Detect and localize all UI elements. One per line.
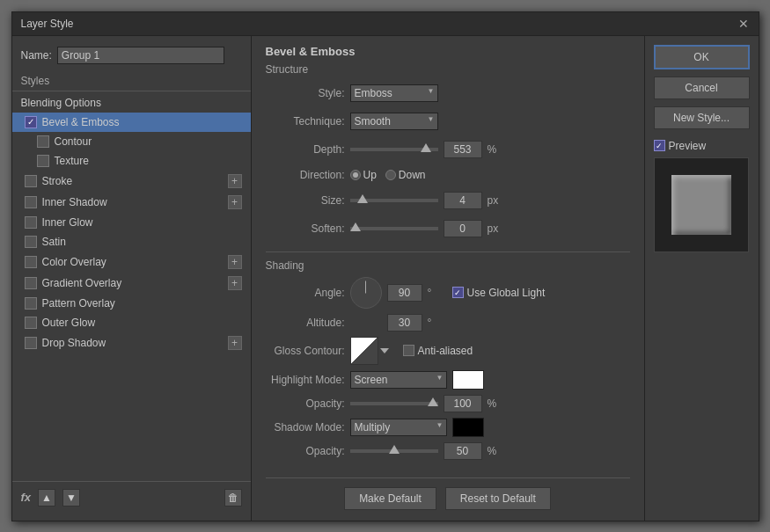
shadow-mode-label: Shadow Mode: xyxy=(266,421,345,434)
move-down-button[interactable]: ▼ xyxy=(62,489,80,506)
angle-input[interactable] xyxy=(387,284,422,302)
layer-effects-list: ✓ Bevel & Emboss Contour Texture Stroke … xyxy=(12,113,251,481)
checkbox-inner-glow[interactable] xyxy=(25,216,37,229)
highlight-opacity-unit: % xyxy=(488,397,502,410)
list-item-inner-glow[interactable]: Inner Glow xyxy=(12,213,251,232)
make-default-button[interactable]: Make Default xyxy=(344,487,436,510)
depth-slider-thumb[interactable] xyxy=(421,143,431,152)
use-global-light-checkbox[interactable]: ✓ xyxy=(452,287,464,298)
right-panel: OK Cancel New Style... ✓ Preview xyxy=(644,36,759,521)
technique-select[interactable]: Smooth Chisel Hard Chisel Soft xyxy=(350,113,438,130)
checkbox-drop-shadow[interactable] xyxy=(25,337,37,349)
size-slider-track[interactable] xyxy=(350,199,438,202)
list-item-satin[interactable]: Satin xyxy=(12,232,251,251)
highlight-color-swatch[interactable] xyxy=(452,370,484,390)
direction-up-item[interactable]: Up xyxy=(350,169,377,181)
style-select[interactable]: Outer Bevel Inner Bevel Emboss Pillow Em… xyxy=(350,84,438,102)
direction-up-label: Up xyxy=(363,169,377,181)
altitude-input[interactable] xyxy=(387,314,422,332)
depth-input[interactable] xyxy=(444,141,482,158)
shadow-mode-select[interactable]: Multiply Normal Screen xyxy=(350,419,447,436)
new-style-button[interactable]: New Style... xyxy=(654,106,750,129)
checkbox-satin[interactable] xyxy=(25,236,37,248)
checkbox-pattern-overlay[interactable] xyxy=(25,297,37,310)
preview-checkbox[interactable]: ✓ xyxy=(654,140,665,151)
highlight-opacity-row: Opacity: % xyxy=(266,395,630,412)
preview-canvas xyxy=(654,157,749,252)
add-color-overlay-button[interactable]: + xyxy=(228,255,242,269)
direction-down-item[interactable]: Down xyxy=(385,169,426,181)
shading-title: Shading xyxy=(266,259,630,272)
label-drop-shadow: Drop Shadow xyxy=(42,337,228,349)
checkbox-stroke[interactable] xyxy=(25,175,37,187)
highlight-mode-label: Highlight Mode: xyxy=(266,374,345,386)
blending-options-item[interactable]: Blending Options xyxy=(12,93,251,113)
anti-aliased-checkbox[interactable] xyxy=(403,345,414,356)
name-input[interactable] xyxy=(57,47,224,64)
checkbox-bevel-emboss[interactable]: ✓ xyxy=(25,116,37,128)
highlight-opacity-thumb[interactable] xyxy=(428,397,438,406)
add-drop-shadow-button[interactable]: + xyxy=(228,336,242,350)
soften-slider-thumb[interactable] xyxy=(350,222,361,231)
list-item-pattern-overlay[interactable]: Pattern Overlay xyxy=(12,294,251,313)
add-stroke-button[interactable]: + xyxy=(228,174,242,188)
delete-button[interactable]: 🗑 xyxy=(224,489,242,506)
use-global-light-item[interactable]: ✓ Use Global Light xyxy=(452,287,546,299)
list-item-bevel-emboss[interactable]: ✓ Bevel & Emboss xyxy=(12,113,251,132)
size-input[interactable] xyxy=(444,192,482,209)
dialog-body: Name: Styles Blending Options ✓ Bevel & … xyxy=(12,36,759,521)
style-row: Style: Outer Bevel Inner Bevel Emboss Pi… xyxy=(266,84,630,102)
technique-label: Technique: xyxy=(266,115,345,128)
highlight-mode-select[interactable]: Screen Normal Multiply xyxy=(350,371,447,389)
anti-aliased-label: Anti-aliased xyxy=(418,345,473,357)
shadow-color-swatch[interactable] xyxy=(452,418,484,437)
soften-slider-track[interactable] xyxy=(350,227,438,230)
list-item-contour[interactable]: Contour xyxy=(12,132,251,151)
list-item-gradient-overlay[interactable]: Gradient Overlay + xyxy=(12,273,251,294)
list-item-texture[interactable]: Texture xyxy=(12,151,251,171)
list-item-outer-glow[interactable]: Outer Glow xyxy=(12,313,251,332)
list-item-color-overlay[interactable]: Color Overlay + xyxy=(12,251,251,273)
add-inner-shadow-button[interactable]: + xyxy=(228,195,242,209)
checkbox-color-overlay[interactable] xyxy=(25,256,37,268)
reset-to-default-button[interactable]: Reset to Default xyxy=(445,487,551,510)
technique-select-wrapper: Smooth Chisel Hard Chisel Soft xyxy=(350,113,438,130)
label-outer-glow: Outer Glow xyxy=(42,317,242,329)
direction-up-radio[interactable] xyxy=(350,170,361,180)
soften-input[interactable] xyxy=(444,220,482,237)
highlight-opacity-slider-track[interactable] xyxy=(350,402,438,405)
direction-label: Direction: xyxy=(266,169,345,181)
move-up-button[interactable]: ▲ xyxy=(38,489,55,506)
list-item-inner-shadow[interactable]: Inner Shadow + xyxy=(12,192,251,213)
style-label: Style: xyxy=(266,87,345,99)
gloss-contour-dropdown-arrow[interactable] xyxy=(380,348,389,353)
add-gradient-overlay-button[interactable]: + xyxy=(228,276,242,290)
shadow-opacity-input[interactable] xyxy=(444,442,482,460)
checkbox-inner-shadow[interactable] xyxy=(25,196,37,208)
highlight-mode-select-wrapper: Screen Normal Multiply xyxy=(350,371,447,389)
list-item-drop-shadow[interactable]: Drop Shadow + xyxy=(12,332,251,353)
highlight-opacity-input[interactable] xyxy=(444,395,482,412)
checkbox-outer-glow[interactable] xyxy=(25,317,37,329)
preview-shape xyxy=(671,175,731,235)
shadow-opacity-thumb[interactable] xyxy=(389,445,400,454)
close-button[interactable]: ✕ xyxy=(737,18,750,30)
checkbox-gradient-overlay[interactable] xyxy=(25,277,37,289)
shadow-opacity-slider-track[interactable] xyxy=(350,449,438,453)
list-item-stroke[interactable]: Stroke + xyxy=(12,171,251,192)
label-contour: Contour xyxy=(55,135,242,148)
layer-style-dialog: Layer Style ✕ Name: Styles Blending Opti… xyxy=(11,11,759,521)
soften-label: Soften: xyxy=(266,222,345,235)
checkbox-texture[interactable] xyxy=(37,155,49,167)
cancel-button[interactable]: Cancel xyxy=(654,77,750,99)
gloss-contour-preview[interactable] xyxy=(350,337,378,365)
depth-slider-track[interactable] xyxy=(350,148,438,151)
size-unit: px xyxy=(488,194,502,207)
angle-dial[interactable] xyxy=(350,277,382,309)
ok-button[interactable]: OK xyxy=(654,45,750,69)
use-global-light-label: Use Global Light xyxy=(467,287,546,299)
size-slider-thumb[interactable] xyxy=(357,194,368,203)
checkbox-contour[interactable] xyxy=(37,135,49,148)
anti-aliased-item[interactable]: Anti-aliased xyxy=(403,345,473,357)
direction-down-radio[interactable] xyxy=(385,170,396,180)
